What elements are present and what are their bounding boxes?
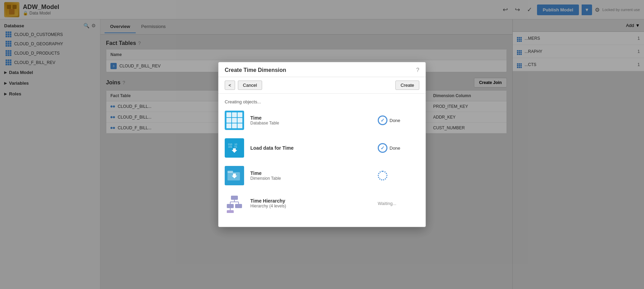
step-sub: Dimension Table	[250, 176, 372, 181]
svg-rect-16	[227, 204, 234, 208]
db-table-icon	[225, 111, 244, 130]
step-name: Time Hierarchy	[250, 198, 372, 204]
check-mark: ✓	[381, 145, 385, 151]
svg-rect-17	[235, 204, 242, 208]
done-label: Done	[390, 146, 400, 151]
svg-rect-11	[231, 196, 238, 200]
step-label: Load data for Time	[250, 145, 372, 151]
step-status	[378, 171, 419, 180]
back-button[interactable]: <	[225, 81, 235, 90]
modal-overlay: Create Time Dimension ? < Cancel Create …	[0, 0, 644, 289]
step-label: Time Database Table	[250, 115, 372, 125]
svg-rect-19	[227, 210, 234, 213]
done-circle-icon: ✓	[378, 143, 387, 153]
step-dim-table: Time Dimension Table	[225, 166, 419, 185]
step-status: Waiting...	[378, 201, 419, 206]
hier-icon-svg	[225, 194, 244, 213]
step-name: Time	[250, 115, 372, 121]
creating-label: Creating objects...	[225, 99, 419, 104]
spinner-icon	[378, 171, 387, 180]
create-button[interactable]: Create	[395, 81, 419, 90]
modal-help-icon[interactable]: ?	[416, 67, 419, 73]
waiting-label: Waiting...	[378, 201, 396, 206]
status-progress	[378, 171, 387, 180]
step-db-table: Time Database Table ✓ Done	[225, 111, 419, 130]
modal-body: Creating objects... Time Database Table	[218, 94, 426, 227]
svg-text:010: 010	[228, 143, 232, 146]
modal-toolbar: < Cancel Create	[218, 77, 426, 94]
step-name: Time	[250, 170, 372, 176]
done-label: Done	[390, 118, 400, 123]
step-status: ✓ Done	[378, 143, 419, 153]
load-data-icon: 010 101 10 01	[225, 138, 244, 158]
create-time-dimension-modal: Create Time Dimension ? < Cancel Create …	[218, 62, 426, 227]
status-done: ✓ Done	[378, 115, 400, 125]
modal-title: Create Time Dimension	[225, 67, 286, 73]
svg-text:101: 101	[228, 146, 232, 148]
svg-text:01: 01	[234, 146, 237, 148]
modal-header: Create Time Dimension ?	[218, 62, 426, 77]
step-label: Time Dimension Table	[250, 170, 372, 181]
step-hierarchy: Time Hierarchy Hierarchy (4 levels) Wait…	[225, 194, 419, 213]
step-name: Load data for Time	[250, 145, 372, 151]
status-done: ✓ Done	[378, 143, 400, 153]
dim-table-icon	[225, 166, 244, 185]
done-circle-icon: ✓	[378, 115, 387, 125]
svg-rect-0	[227, 140, 242, 156]
cancel-button[interactable]: Cancel	[238, 81, 262, 90]
step-sub: Database Table	[250, 121, 372, 125]
step-sub: Hierarchy (4 levels)	[250, 204, 372, 208]
load-icon-svg: 010 101 10 01	[227, 140, 242, 156]
svg-rect-8	[227, 171, 233, 173]
hierarchy-icon	[225, 194, 244, 213]
dim-icon-svg	[225, 166, 244, 185]
step-load-data: 010 101 10 01 Load data for Time	[225, 138, 419, 158]
step-label: Time Hierarchy Hierarchy (4 levels)	[250, 198, 372, 208]
step-status: ✓ Done	[378, 115, 419, 125]
check-mark: ✓	[381, 118, 385, 123]
svg-text:10: 10	[234, 143, 237, 146]
